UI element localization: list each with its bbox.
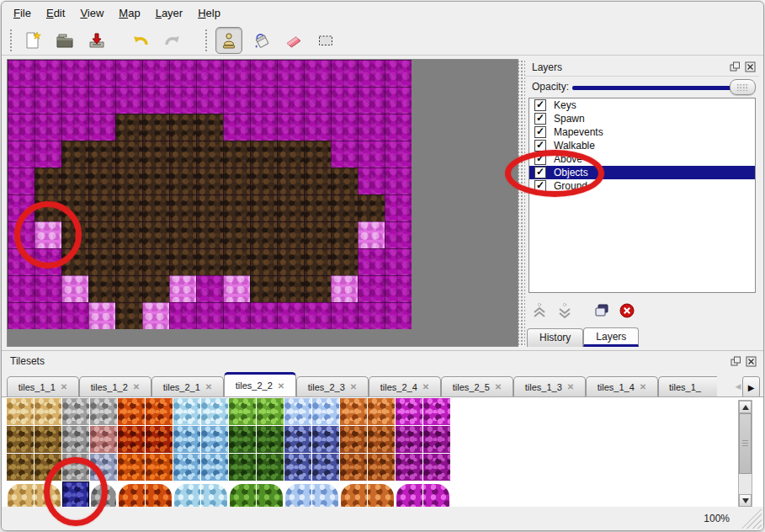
map-tile[interactable] [88,87,115,114]
map-tile[interactable] [35,275,61,302]
fill-tool-button[interactable] [249,28,274,53]
map-canvas[interactable] [8,60,412,329]
tab-scroll-right-button[interactable]: ▶ [742,376,760,398]
redo-button[interactable] [160,28,185,53]
map-tile[interactable] [385,141,412,168]
map-tile[interactable] [331,221,358,248]
map-tile[interactable] [115,302,142,329]
map-tile[interactable] [88,248,115,275]
map-tile[interactable] [61,60,88,87]
layer-row-ground[interactable]: ✓Ground [529,179,755,193]
map-tile[interactable] [35,221,61,248]
tileset-tile-dcrystal[interactable] [284,426,311,453]
undo-button[interactable] [128,28,153,53]
tileset-tile-clay-blob[interactable] [340,481,395,508]
tileset-tab-tiles_2_1[interactable]: tiles_2_1✕ [151,376,224,396]
map-tile[interactable] [331,60,358,87]
duplicate-layer-button[interactable] [592,302,610,320]
opacity-slider-handle[interactable] [730,79,756,95]
map-tile[interactable] [61,87,88,114]
map-tile[interactable] [304,302,331,329]
map-tile[interactable] [304,275,331,302]
toolbar-grip[interactable] [8,29,13,51]
map-tile[interactable] [35,302,61,329]
lower-layer-button[interactable] [555,302,573,320]
map-tile[interactable] [277,248,304,275]
opacity-slider[interactable] [572,86,752,90]
tileset-tile-ember[interactable] [368,454,395,481]
tileset-tile-dweb[interactable] [423,426,450,453]
menu-view[interactable]: View [73,5,112,21]
tileset-scrollbar[interactable] [738,400,752,508]
map-tile[interactable] [169,168,196,194]
tileset-tile-bark[interactable] [35,426,61,453]
map-tile[interactable] [115,141,142,168]
map-tile[interactable] [304,168,331,194]
map-tile[interactable] [358,114,385,141]
map-tile[interactable] [277,168,304,194]
map-tile[interactable] [88,275,115,302]
map-tile[interactable] [88,221,115,248]
tileset-tile-sand[interactable] [7,398,34,425]
tileset-tile-dweb[interactable] [396,454,422,481]
map-tile[interactable] [115,168,142,194]
map-tile[interactable] [115,60,142,87]
map-tile[interactable] [385,275,412,302]
layers-list[interactable]: ✓Keys✓Spawn✓Mapevents✓Walkable✓Above✓Obj… [529,98,756,293]
menu-file[interactable]: File [7,5,40,21]
tileset-tile-flame2[interactable] [146,454,173,481]
tileset-tile-frost[interactable] [201,454,228,481]
toolbar-grip[interactable] [204,29,209,51]
layer-row-objects[interactable]: ✓Objects [529,166,755,179]
map-tile[interactable] [8,60,35,87]
tab-close-icon[interactable]: ✕ [350,382,357,391]
tileset-tile-ember[interactable] [368,426,395,453]
map-tile[interactable] [61,248,88,275]
panel-splitter[interactable] [518,59,525,347]
map-tile[interactable] [223,168,250,194]
map-tile[interactable] [61,141,88,168]
stamp-tool-button[interactable] [215,27,242,54]
menu-map[interactable]: Map [112,5,148,21]
tileset-tile-web-blob[interactable] [396,481,450,508]
map-tile[interactable] [142,168,169,194]
tileset-tile-crystal[interactable] [312,398,339,425]
tileset-tile-ice-blob[interactable] [173,481,228,508]
map-tile[interactable] [61,114,88,141]
map-tile[interactable] [331,194,358,221]
map-tile[interactable] [169,275,196,302]
map-tile[interactable] [277,141,304,168]
map-tile[interactable] [358,141,385,168]
tileset-tile-rock[interactable] [62,454,89,481]
tileset-tab-tiles_2_5[interactable]: tiles_2_5✕ [441,376,513,396]
tab-close-icon[interactable]: ✕ [567,382,574,391]
map-tile[interactable] [385,87,412,114]
map-tile[interactable] [304,248,331,275]
map-tile[interactable] [142,87,169,114]
map-tile[interactable] [115,87,142,114]
map-tile[interactable] [223,275,250,302]
tileset-tile-crystal[interactable] [284,398,311,425]
map-tile[interactable] [61,275,88,302]
map-tile[interactable] [358,168,385,194]
menu-help[interactable]: Help [191,5,229,21]
map-tile[interactable] [142,248,169,275]
tileset-tile-flame[interactable] [146,426,173,453]
layer-visible-checkbox[interactable]: ✓ [534,167,546,178]
tab-close-icon[interactable]: ✕ [640,382,646,391]
tileset-tile-bark[interactable] [7,454,34,481]
map-tile[interactable] [277,194,304,221]
tileset-tile-selected[interactable] [62,481,89,508]
map-tile[interactable] [35,194,61,221]
layer-row-mapevents[interactable]: ✓Mapevents [529,125,755,139]
tileset-tile-dcrystal[interactable] [312,454,339,481]
map-tile[interactable] [250,168,277,194]
map-tile[interactable] [142,302,169,329]
tileset-tile-flame2[interactable] [118,454,145,481]
map-tile[interactable] [88,302,115,329]
layer-row-spawn[interactable]: ✓Spawn [529,112,755,125]
map-tile[interactable] [250,275,277,302]
map-tile[interactable] [277,87,304,114]
tileset-tile-rock[interactable] [62,426,89,453]
map-tile[interactable] [196,141,223,168]
